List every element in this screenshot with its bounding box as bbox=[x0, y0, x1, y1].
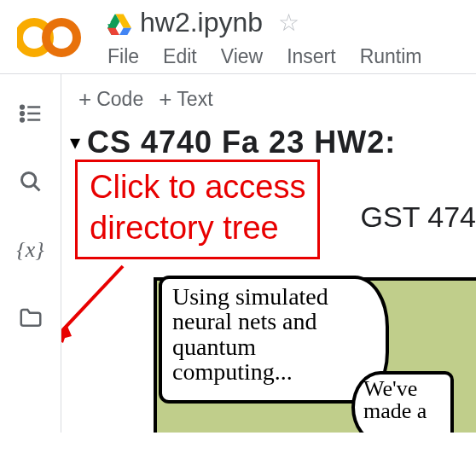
speech-bubble-2: We've made a bbox=[351, 371, 454, 433]
svg-line-14 bbox=[61, 266, 123, 339]
text-label: Text bbox=[177, 88, 212, 111]
annotation-callout: Click to access directory tree bbox=[75, 160, 320, 259]
svg-point-8 bbox=[20, 119, 24, 122]
chevron-down-icon[interactable]: ▾ bbox=[70, 131, 80, 154]
notebook-title[interactable]: hw2.ipynb bbox=[140, 7, 263, 38]
section-title: CS 4740 Fa 23 HW2: bbox=[87, 125, 396, 160]
menu-insert[interactable]: Insert bbox=[287, 45, 336, 68]
menu-edit[interactable]: Edit bbox=[163, 45, 197, 68]
add-text-button[interactable]: + Text bbox=[159, 86, 212, 113]
folder-icon[interactable] bbox=[17, 305, 44, 332]
star-icon[interactable]: ☆ bbox=[278, 9, 299, 37]
menu-view[interactable]: View bbox=[221, 45, 263, 68]
toc-icon[interactable] bbox=[17, 100, 44, 127]
callout-line2: directory tree bbox=[90, 208, 305, 249]
code-label: Code bbox=[96, 88, 143, 111]
svg-marker-3 bbox=[119, 27, 131, 34]
svg-point-6 bbox=[20, 106, 24, 109]
search-icon[interactable] bbox=[17, 168, 44, 195]
colab-logo-icon bbox=[17, 15, 84, 63]
gst-text: GST 474 bbox=[361, 200, 476, 234]
comic-image: Using simulated neural nets and quantum … bbox=[154, 277, 476, 433]
add-code-button[interactable]: + Code bbox=[78, 86, 143, 113]
svg-marker-15 bbox=[61, 328, 68, 343]
menu-bar: File Edit View Insert Runtim bbox=[107, 45, 466, 68]
title-row: hw2.ipynb ☆ bbox=[107, 7, 466, 38]
svg-point-12 bbox=[21, 173, 35, 187]
plus-icon: + bbox=[159, 86, 171, 113]
annotation-arrow-icon bbox=[61, 258, 140, 360]
plus-icon: + bbox=[78, 86, 91, 113]
main-area: {x} + Code + Text ▾ CS 4740 Fa 23 HW2: C… bbox=[0, 73, 476, 433]
cell-toolbar: + Code + Text bbox=[61, 74, 476, 125]
header: hw2.ipynb ☆ File Edit View Insert Runtim bbox=[0, 0, 476, 68]
callout-line1: Click to access bbox=[90, 167, 305, 208]
speech-bubble-1: Using simulated neural nets and quantum … bbox=[159, 276, 389, 404]
section-header[interactable]: ▾ CS 4740 Fa 23 HW2: bbox=[61, 125, 476, 160]
drive-icon bbox=[107, 11, 131, 35]
svg-line-13 bbox=[33, 185, 39, 191]
header-right: hw2.ipynb ☆ File Edit View Insert Runtim bbox=[107, 7, 466, 68]
menu-file[interactable]: File bbox=[107, 45, 139, 68]
left-rail: {x} bbox=[0, 74, 61, 433]
menu-runtime[interactable]: Runtim bbox=[360, 45, 422, 68]
svg-point-7 bbox=[20, 112, 24, 115]
content-area: + Code + Text ▾ CS 4740 Fa 23 HW2: Click… bbox=[61, 74, 476, 433]
variables-icon[interactable]: {x} bbox=[17, 236, 44, 264]
svg-marker-16 bbox=[61, 324, 72, 341]
svg-marker-5 bbox=[107, 27, 119, 34]
